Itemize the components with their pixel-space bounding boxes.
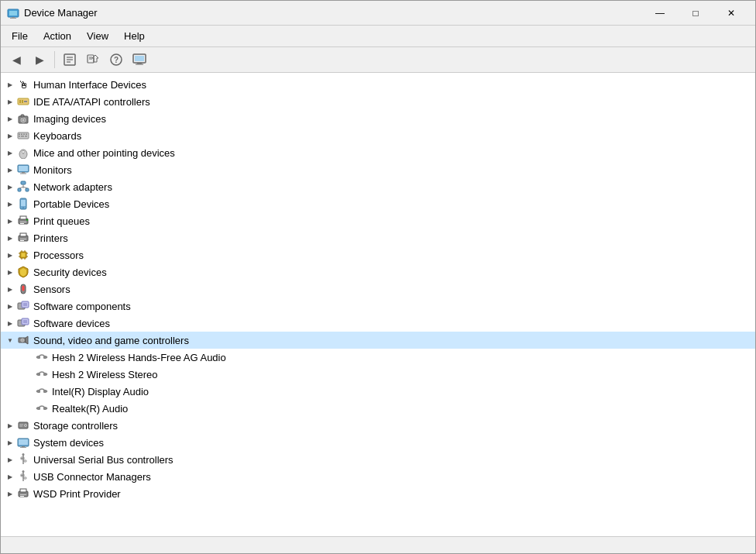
printq-label: Print queues — [33, 215, 90, 227]
tree-item-imaging[interactable]: ▶ Imaging devices — [1, 110, 755, 127]
svg-rect-41 — [18, 188, 21, 191]
tree-item-monitors[interactable]: ▶ Monitors — [1, 161, 755, 178]
toggle-security[interactable]: ▶ — [4, 266, 16, 278]
tree-item-printers[interactable]: ▶ Printers — [1, 229, 755, 246]
realtek-label: Realtek(R) Audio — [52, 403, 128, 415]
svg-rect-112 — [20, 496, 24, 497]
toggle-usb[interactable]: ▶ — [4, 453, 16, 466]
tree-item-usb[interactable]: ▶ Universal Serial Bus controllers — [1, 451, 755, 468]
tree-item-sysdevices[interactable]: ▶ System devices — [1, 434, 755, 451]
network-label: Network adapters — [33, 181, 112, 193]
menu-bar: File Action View Help — [1, 26, 755, 47]
toggle-monitors[interactable]: ▶ — [4, 163, 16, 176]
toggle-storage[interactable]: ▶ — [4, 419, 16, 432]
tree-item-hesh2stereo[interactable]: ▶ Hesh 2 Wireless Stereo — [16, 366, 755, 383]
tree-item-keyboards[interactable]: ▶ Keyboards — [1, 127, 755, 144]
title-bar: Device Manager — □ ✕ — [1, 1, 755, 26]
sound-label: Sound, video and game controllers — [33, 335, 189, 346]
computer-button[interactable] — [129, 50, 150, 70]
tree-item-hid[interactable]: ▶ Human Interface Devices — [1, 76, 755, 93]
network-icon — [16, 180, 30, 194]
svg-rect-28 — [23, 134, 25, 136]
toggle-keyboards[interactable]: ▶ — [4, 129, 16, 142]
tree-item-processors[interactable]: ▶ Processors — [1, 246, 755, 263]
help-button[interactable]: ? — [105, 50, 127, 70]
tree-item-wsd[interactable]: ▶ WSD Print Provider — [1, 485, 755, 502]
svg-rect-110 — [20, 489, 26, 492]
svg-line-45 — [23, 187, 27, 188]
toggle-processors[interactable]: ▶ — [4, 249, 16, 261]
wsd-icon — [16, 487, 30, 501]
tree-item-sensors[interactable]: ▶ Sensors — [1, 280, 755, 298]
toggle-network[interactable]: ▶ — [4, 181, 16, 193]
svg-point-104 — [22, 470, 25, 473]
svg-rect-24 — [21, 115, 24, 117]
minimize-button[interactable]: — — [642, 1, 678, 26]
maximize-button[interactable]: □ — [678, 1, 713, 26]
tree-item-portable[interactable]: ▶ Portable Devices — [1, 195, 755, 212]
menu-help[interactable]: Help — [116, 27, 153, 45]
svg-rect-29 — [26, 134, 27, 136]
menu-view[interactable]: View — [79, 27, 116, 45]
toggle-imaging[interactable]: ▶ — [4, 112, 16, 125]
toggle-hid[interactable]: ▶ — [4, 78, 16, 91]
processors-label: Processors — [33, 249, 84, 261]
tree-item-inteldisplay[interactable]: ▶ Intel(R) Display Audio — [16, 383, 755, 400]
update-driver-button[interactable] — [82, 50, 104, 70]
svg-rect-50 — [20, 216, 26, 219]
toggle-softwaredev[interactable]: ▶ — [4, 317, 16, 329]
svg-point-98 — [22, 453, 25, 456]
toggle-sound[interactable]: ▼ — [4, 334, 16, 346]
toggle-sysdevices[interactable]: ▶ — [4, 436, 16, 449]
inteldisplay-label: Intel(R) Display Audio — [52, 386, 149, 397]
content-area: ▶ Human Interface Devices ▶ IDE ATA/ATAP… — [1, 73, 755, 536]
svg-rect-53 — [26, 219, 28, 221]
toggle-sensors[interactable]: ▶ — [4, 283, 16, 295]
svg-rect-26 — [19, 134, 20, 136]
tree-item-storage[interactable]: ▶ Storage controllers — [1, 417, 755, 434]
toolbar: ◀ ▶ ? — [1, 47, 755, 73]
tree-item-realtek[interactable]: ▶ Realtek(R) Audio — [16, 400, 755, 417]
close-button[interactable]: ✕ — [713, 1, 749, 26]
svg-rect-106 — [24, 477, 26, 479]
tree-item-ide[interactable]: ▶ IDE ATA/ATAPI controllers — [1, 93, 755, 110]
usb-icon — [16, 452, 30, 466]
toggle-softwarecomp[interactable]: ▶ — [4, 300, 16, 312]
toggle-printq[interactable]: ▶ — [4, 215, 16, 227]
toggle-printers[interactable]: ▶ — [4, 232, 16, 244]
tree-item-softwaredev[interactable]: ▶ Software devices — [1, 315, 755, 332]
toggle-portable[interactable]: ▶ — [4, 198, 16, 210]
svg-rect-100 — [24, 460, 26, 462]
properties-button[interactable] — [59, 50, 81, 70]
tree-item-security[interactable]: ▶ Security devices — [1, 263, 755, 280]
tree-item-hesh2ag[interactable]: ▶ Hesh 2 Wireless Hands-Free AG Audio — [16, 349, 755, 366]
imaging-label: Imaging devices — [33, 113, 106, 125]
forward-button[interactable]: ▶ — [29, 50, 50, 70]
tree-item-sound[interactable]: ▼ Sound, video and game controllers — [1, 332, 755, 349]
storage-label: Storage controllers — [33, 420, 118, 432]
toggle-usbconn[interactable]: ▶ — [4, 470, 16, 483]
window-controls: — □ ✕ — [642, 1, 749, 26]
window-title: Device Manager — [24, 7, 642, 19]
toggle-mice[interactable]: ▶ — [4, 146, 16, 159]
svg-rect-40 — [21, 181, 26, 184]
printers-icon — [16, 231, 30, 245]
toggle-wsd[interactable]: ▶ — [4, 487, 16, 500]
toggle-ide[interactable]: ▶ — [4, 95, 16, 108]
menu-action[interactable]: Action — [36, 27, 79, 45]
sysdevices-label: System devices — [33, 437, 104, 449]
tree-item-softwarecomp[interactable]: ▶ Software components — [1, 298, 755, 315]
svg-rect-18 — [19, 100, 21, 103]
svg-rect-37 — [19, 166, 28, 171]
menu-file[interactable]: File — [4, 27, 36, 45]
ide-icon — [16, 95, 30, 108]
tree-item-printq[interactable]: ▶ Print queues — [1, 212, 755, 229]
tree-item-mice[interactable]: ▶ Mice and other pointing devices — [1, 144, 755, 161]
tree-item-usbconn[interactable]: ▶ USB Connector Managers — [1, 468, 755, 485]
imaging-icon — [16, 112, 30, 126]
svg-rect-94 — [19, 439, 28, 445]
back-button[interactable]: ◀ — [5, 50, 27, 70]
device-tree[interactable]: ▶ Human Interface Devices ▶ IDE ATA/ATAP… — [1, 73, 755, 536]
tree-item-network[interactable]: ▶ Network adapters — [1, 178, 755, 195]
svg-rect-51 — [20, 222, 26, 222]
